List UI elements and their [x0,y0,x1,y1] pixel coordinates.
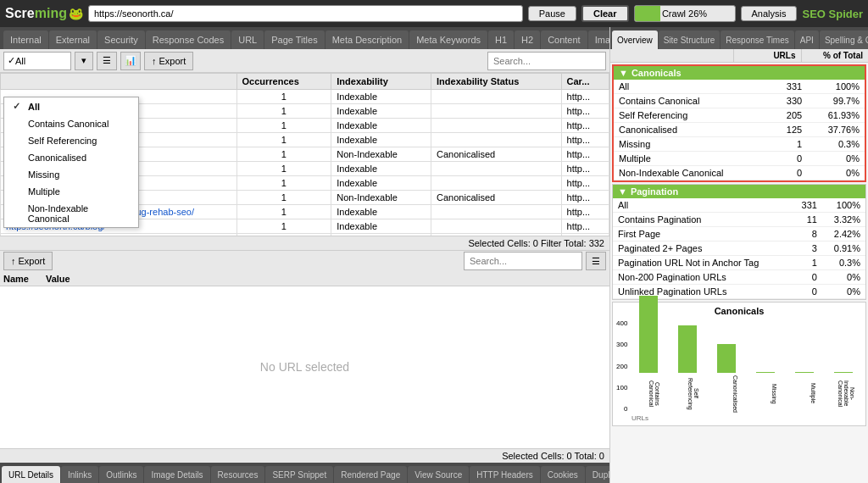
filter-option-multiple[interactable]: Multiple [4,183,138,200]
right-table-row[interactable]: Missing 1 0.3% [614,137,865,152]
col-canonical[interactable]: Car... [561,74,609,90]
filter-option-all[interactable]: ✓ All [4,97,138,115]
bottom-tab-http-headers[interactable]: HTTP Headers [470,466,540,483]
right-cell-label: Self Referencing [614,108,771,123]
bottom-view-button[interactable]: ☰ [586,252,606,270]
cell-index: Indexable [331,119,431,133]
bottom-tab-url-details[interactable]: URL Details [2,466,60,483]
canonicals-section-title[interactable]: ▼ Canonicals [614,66,865,80]
bottom-search-input[interactable] [464,252,582,270]
canonicals-section: ▼ Canonicals All 331 100% Contains Canon… [612,64,866,182]
tab-content[interactable]: Content [541,31,587,49]
right-tab-site-structure[interactable]: Site Structure [659,31,721,49]
tab-url[interactable]: URL [231,31,264,49]
right-cell-label: All [613,198,792,213]
chart-bar [678,325,697,373]
right-cell-pct: 0.3% [807,137,865,152]
bottom-tab-view-source[interactable]: View Source [408,466,469,483]
cell-can: http... [561,205,609,219]
pause-button[interactable]: Pause [528,6,576,21]
right-tab-spelling[interactable]: Spelling & Gra... [820,31,868,49]
no-url-selected-text: No URL selected [260,360,349,374]
clear-button[interactable]: Clear [581,5,629,22]
filter-arrow[interactable]: ▾ [75,52,93,70]
chart-bar-label: Canonicalised [715,375,738,413]
right-cell-urls: 3 [792,242,822,256]
bottom-tab-resources[interactable]: Resources [211,466,265,483]
right-table-row[interactable]: Paginated 2+ Pages 3 0.91% [613,242,865,256]
tab-page-titles[interactable]: Page Titles [264,31,324,49]
search-input[interactable] [487,52,606,70]
tab-security[interactable]: Security [97,31,145,49]
export-button[interactable]: ↑ Export [144,52,193,70]
right-cell-urls: 0 [771,166,807,180]
filter-option-non-indexable-canonical[interactable]: Non-Indexable Canonical [4,200,138,227]
right-table-row[interactable]: Contains Canonical 330 99.7% [614,94,865,108]
analysis-button[interactable]: Analysis [741,6,798,21]
cell-status [431,90,561,104]
filter-option-self-referencing[interactable]: Self Referencing [4,132,138,149]
filter-option-missing[interactable]: Missing [4,166,138,183]
check-icon: ✓ [8,55,15,66]
bottom-export-button[interactable]: ↑ Export [3,252,53,270]
pagination-section-title[interactable]: ▼ Pagination [613,185,865,198]
filter-dropdown[interactable]: ✓ All [3,52,71,70]
cell-occ: 1 [236,191,331,205]
tab-external[interactable]: External [49,31,97,49]
filter-option-canonicalised[interactable]: Canonicalised [4,149,138,166]
right-urls-header [610,49,733,62]
tab-response-codes[interactable]: Response Codes [146,31,231,49]
tab-meta-description[interactable]: Meta Description [326,31,409,49]
bottom-tab-inlinks[interactable]: Inlinks [61,466,98,483]
right-table-row[interactable]: Pagination URL Not in Anchor Tag 1 0.3% [613,256,865,270]
tab-meta-keywords[interactable]: Meta Keywords [409,31,487,49]
bottom-tab-outlinks[interactable]: Outlinks [99,466,143,483]
right-table-row[interactable]: Canonicalised 125 37.76% [614,123,865,137]
cell-status [431,119,561,133]
right-table-row[interactable]: All 331 100% [614,80,865,94]
cell-status: Canonicalised [431,147,561,162]
filter-dropdown-menu: ✓ All Contains Canonical Self Referencin… [3,97,139,228]
right-cell-urls: 8 [792,227,822,242]
app-logo: Screming 🐸 [5,6,83,21]
right-table-row[interactable]: Non-Indexable Canonical 0 0% [614,166,865,180]
right-tab-response-times[interactable]: Response Times [721,31,793,49]
bottom-tab-rendered-page[interactable]: Rendered Page [334,466,407,483]
list-view-button[interactable]: ☰ [97,52,117,70]
chart-bar-group: Self Referencing [669,280,705,413]
tab-internal[interactable]: Internal [3,31,48,49]
bottom-tab-duplicate-details[interactable]: Duplicate Details [586,466,609,483]
cell-index: Indexable [331,219,431,234]
right-cell-pct: 0.91% [822,242,865,256]
tab-h1[interactable]: H1 [488,31,514,49]
right-tab-overview[interactable]: Overview [612,31,658,49]
right-table-row[interactable]: Self Referencing 205 61.93% [614,108,865,123]
url-bar[interactable] [88,5,523,22]
right-cell-urls: 1 [792,256,822,270]
col-indexability-status[interactable]: Indexability Status [431,74,561,90]
right-table-row[interactable]: Contains Pagination 11 3.32% [613,213,865,227]
bottom-tab-image-details[interactable]: Image Details [144,466,209,483]
col-indexability[interactable]: Indexability [331,74,431,90]
cell-can: http... [561,104,609,119]
col-occurrences[interactable]: Occurrences [236,74,331,90]
bottom-status-bar: Selected Cells: 0 Total: 0 [0,448,609,463]
right-table-row[interactable]: All 331 100% [613,198,865,213]
chart-bar-group: Missing [748,280,784,413]
tab-h2[interactable]: H2 [515,31,540,49]
chart-bar-group: Non-Indexable Canonical [826,280,862,413]
crawl-progress-text: Crawl 26% [662,8,707,19]
cell-status [431,176,561,191]
bottom-tab-serp-snippet[interactable]: SERP Snippet [265,466,333,483]
chart-view-button[interactable]: 📊 [120,52,141,70]
cell-status: Canonicalised [431,191,561,205]
right-table-row[interactable]: First Page 8 2.42% [613,227,865,242]
filter-option-contains-canonical[interactable]: Contains Canonical [4,115,138,132]
section-arrow-icon: ▼ [619,68,628,78]
bottom-tab-cookies[interactable]: Cookies [541,466,585,483]
col-url[interactable] [1,74,237,90]
logo-text: Screming [5,6,67,21]
right-table-row[interactable]: Multiple 0 0% [614,152,865,166]
pagination-title: Pagination [631,186,678,197]
right-tab-api[interactable]: API [795,31,819,49]
